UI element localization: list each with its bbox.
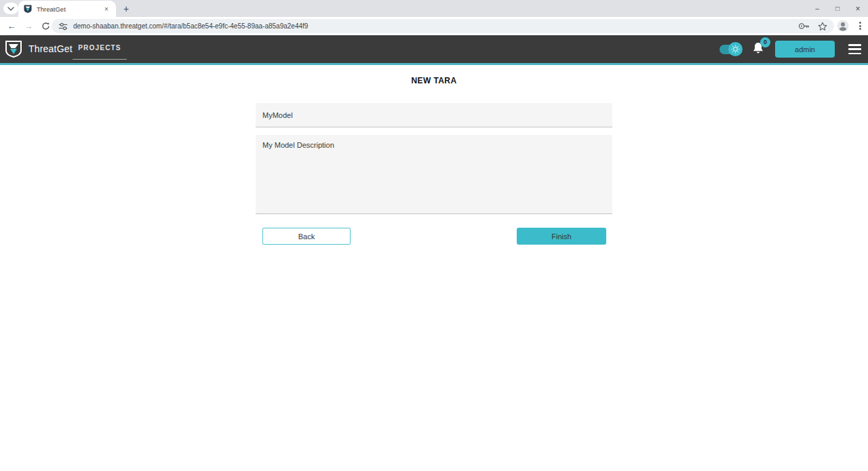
notification-badge: 0 (760, 37, 770, 47)
chevron-down-icon (7, 7, 14, 11)
reload-button[interactable] (40, 21, 51, 32)
browser-tab[interactable]: ThreatGet × (18, 1, 116, 17)
forward-button: → (23, 21, 34, 32)
maximize-button[interactable]: □ (827, 0, 848, 17)
profile-avatar-icon[interactable] (837, 20, 849, 32)
browser-toolbar: ← → demo-shaaban.threatget.com/#/tara/b5… (0, 17, 868, 35)
close-window-button[interactable]: × (848, 0, 868, 17)
tab-close-icon[interactable]: × (102, 4, 111, 14)
sun-gear-icon (731, 45, 740, 54)
bookmark-star-icon[interactable] (818, 22, 827, 31)
reload-icon (41, 22, 50, 30)
back-form-button[interactable]: Back (262, 228, 351, 245)
new-tara-form: My Model Description Back Finish (256, 103, 612, 127)
site-settings-icon (58, 22, 68, 30)
nav-tab-projects[interactable]: PROJECTS (73, 35, 127, 63)
header-actions: 0 admin (719, 35, 861, 63)
threatget-favicon-icon (23, 4, 33, 14)
address-bar[interactable]: demo-shaaban.threatget.com/#/tara/b5ac8e… (52, 19, 834, 33)
browser-window: ThreatGet × + – □ × ← → demo-shaaban.thr… (0, 0, 868, 471)
window-controls: – □ × (807, 0, 868, 17)
minimize-button[interactable]: – (807, 0, 827, 17)
hamburger-menu-icon[interactable] (848, 44, 861, 54)
app-header: ThreatGet PROJECTS (0, 35, 868, 65)
password-key-icon[interactable] (798, 22, 810, 30)
form-buttons: Back Finish (256, 228, 612, 245)
back-button[interactable]: ← (6, 21, 17, 32)
admin-user-button[interactable]: admin (775, 41, 835, 58)
tab-search-button[interactable] (3, 3, 18, 14)
finish-button[interactable]: Finish (517, 228, 606, 245)
tab-strip: ThreatGet × + – □ × (0, 0, 868, 17)
theme-toggle[interactable] (719, 45, 740, 54)
active-tab-underline (73, 59, 127, 60)
tab-title: ThreatGet (37, 5, 102, 13)
model-name-input[interactable] (256, 103, 612, 127)
theme-toggle-knob (728, 42, 743, 56)
notifications-button[interactable]: 0 (752, 41, 766, 58)
new-tab-button[interactable]: + (119, 2, 133, 16)
model-description-textarea[interactable]: My Model Description (256, 135, 612, 214)
threatget-logo-icon (4, 39, 23, 58)
browser-menu-icon[interactable] (859, 20, 861, 31)
brand-name: ThreatGet (28, 43, 73, 54)
page-title: NEW TARA (0, 76, 868, 85)
brand[interactable]: ThreatGet (4, 39, 73, 58)
nav-tab-projects-label: PROJECTS (73, 44, 127, 52)
url-text[interactable]: demo-shaaban.threatget.com/#/tara/b5ac8e… (73, 22, 798, 30)
